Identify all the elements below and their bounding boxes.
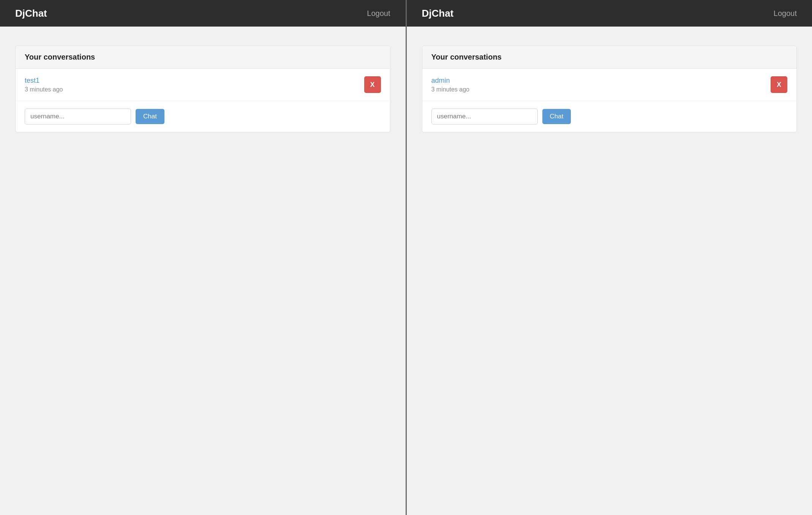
new-chat-row-right: Chat xyxy=(422,101,797,132)
conversations-title-left: Your conversations xyxy=(25,53,95,61)
conversation-time-right-0: 3 minutes ago xyxy=(431,86,470,93)
app-container: DjChat Logout Your conversations test1 3… xyxy=(0,0,812,515)
brand-logo-right[interactable]: DjChat xyxy=(422,8,454,19)
conversation-info-left-0: test1 3 minutes ago xyxy=(25,77,63,93)
conversation-time-left-0: 3 minutes ago xyxy=(25,86,63,93)
panel-content-right: Your conversations admin 3 minutes ago X… xyxy=(407,27,812,515)
chat-button-right[interactable]: Chat xyxy=(542,109,571,124)
delete-button-left-0[interactable]: X xyxy=(364,76,381,93)
chat-button-left[interactable]: Chat xyxy=(136,109,164,124)
conversation-info-right-0: admin 3 minutes ago xyxy=(431,77,470,93)
delete-button-right-0[interactable]: X xyxy=(771,76,787,93)
username-input-left[interactable] xyxy=(25,109,131,124)
conversations-title-right: Your conversations xyxy=(431,53,502,61)
navbar-left: DjChat Logout xyxy=(0,0,406,27)
panel-right: DjChat Logout Your conversations admin 3… xyxy=(407,0,812,515)
conversations-card-left: Your conversations test1 3 minutes ago X… xyxy=(15,46,390,132)
conversation-item-right-0: admin 3 minutes ago X xyxy=(422,69,797,101)
panel-left: DjChat Logout Your conversations test1 3… xyxy=(0,0,407,515)
brand-logo-left[interactable]: DjChat xyxy=(15,8,47,19)
conversations-card-right: Your conversations admin 3 minutes ago X… xyxy=(422,46,797,132)
new-chat-row-left: Chat xyxy=(16,101,390,132)
conversation-username-left-0[interactable]: test1 xyxy=(25,77,63,85)
username-input-right[interactable] xyxy=(431,109,538,124)
panel-content-left: Your conversations test1 3 minutes ago X… xyxy=(0,27,406,515)
conversation-username-right-0[interactable]: admin xyxy=(431,77,470,85)
navbar-right: DjChat Logout xyxy=(407,0,812,27)
conversations-header-left: Your conversations xyxy=(16,46,390,69)
logout-button-right[interactable]: Logout xyxy=(774,9,797,18)
logout-button-left[interactable]: Logout xyxy=(367,9,390,18)
conversation-item-left-0: test1 3 minutes ago X xyxy=(16,69,390,101)
conversations-header-right: Your conversations xyxy=(422,46,797,69)
